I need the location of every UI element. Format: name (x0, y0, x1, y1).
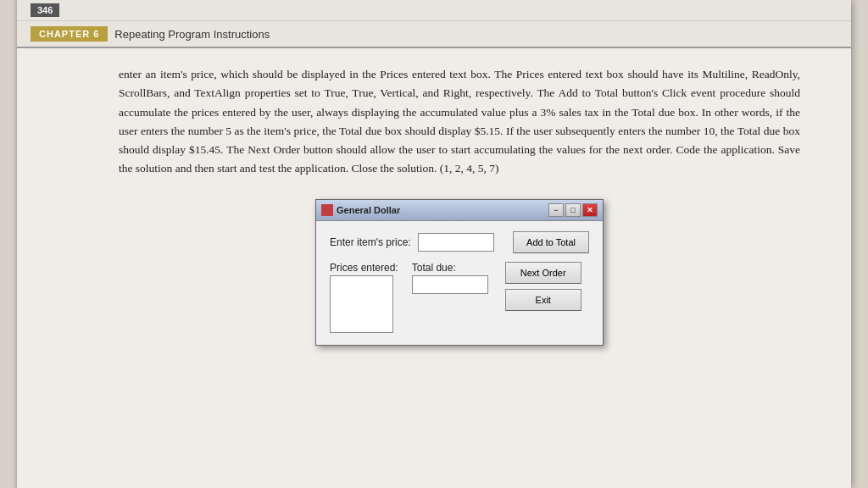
price-input[interactable] (418, 233, 494, 252)
prices-entered-label: Prices entered: (330, 262, 398, 274)
body-text: enter an item's price, which should be d… (119, 65, 800, 179)
form-body: Enter item's price: Add to Total Prices … (316, 221, 603, 345)
prices-row: Prices entered: Total due: Next Order Ex… (330, 262, 589, 333)
win-titlebar: General Dollar − □ ✕ (316, 200, 603, 221)
maximize-button[interactable]: □ (565, 203, 581, 217)
dialog-container: General Dollar − □ ✕ Enter item's price: (119, 199, 800, 346)
chapter-title: Repeating Program Instructions (108, 28, 270, 41)
win-dialog: General Dollar − □ ✕ Enter item's price: (315, 199, 604, 346)
page-number-bar: 346 (17, 0, 851, 21)
page-number: 346 (31, 3, 59, 17)
prices-entered-col: Prices entered: (330, 262, 398, 333)
exit-button[interactable]: Exit (505, 289, 581, 311)
total-due-label: Total due: (412, 262, 488, 274)
close-button[interactable]: ✕ (582, 203, 598, 217)
total-due-col: Total due: (412, 262, 488, 294)
minimize-button[interactable]: − (548, 203, 564, 217)
win-controls: − □ ✕ (548, 203, 598, 217)
prices-entered-input[interactable] (330, 275, 393, 333)
total-due-input[interactable] (412, 275, 488, 294)
win-title-left: General Dollar (321, 204, 400, 216)
page-container: 346 CHAPTER 6 Repeating Program Instruct… (0, 0, 868, 488)
add-to-total-button[interactable]: Add to Total (513, 231, 589, 253)
app-icon (321, 204, 333, 216)
buttons-col: Next Order Exit (505, 262, 581, 311)
chapter-header: CHAPTER 6 Repeating Program Instructions (17, 21, 851, 48)
enter-price-label: Enter item's price: (330, 236, 411, 248)
next-order-button[interactable]: Next Order (505, 262, 581, 284)
content-area: enter an item's price, which should be d… (17, 48, 851, 363)
dialog-title: General Dollar (337, 205, 400, 215)
book-page: 346 CHAPTER 6 Repeating Program Instruct… (17, 0, 851, 488)
price-row: Enter item's price: Add to Total (330, 231, 589, 253)
chapter-label: CHAPTER 6 (31, 26, 108, 42)
